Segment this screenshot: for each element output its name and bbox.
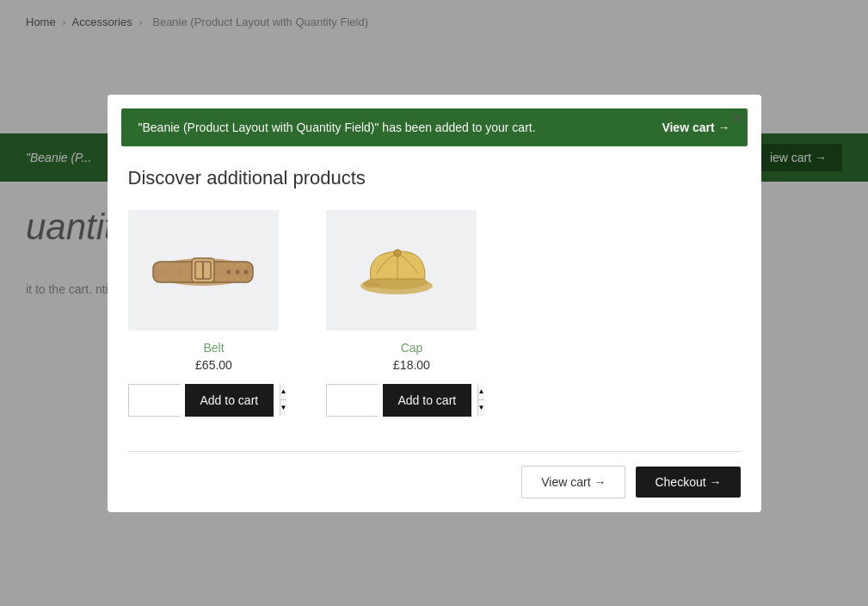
belt-actions: ▲ ▼ Add to cart [128, 384, 300, 417]
svg-point-8 [244, 269, 249, 274]
notification-bar: "Beanie (Product Layout with Quantity Fi… [121, 108, 748, 146]
belt-name: Belt [128, 341, 300, 355]
belt-price: £65.00 [128, 358, 300, 372]
cap-qty-down[interactable]: ▼ [478, 400, 485, 416]
product-card-belt: Belt £65.00 ▲ ▼ Add to cart [128, 210, 300, 417]
belt-qty-down[interactable]: ▼ [280, 400, 287, 416]
cap-add-to-cart-button[interactable]: Add to cart [383, 384, 472, 417]
belt-image-wrap [128, 210, 279, 331]
products-grid: Belt £65.00 ▲ ▼ Add to cart [128, 210, 741, 417]
notification-text: "Beanie (Product Layout with Quantity Fi… [139, 121, 536, 134]
product-card-cap: Cap £18.00 ▲ ▼ Add to cart [326, 210, 498, 417]
modal-footer: View cart → Checkout → [108, 452, 761, 512]
footer-view-cart-button[interactable]: View cart → [521, 466, 625, 498]
belt-qty-wrapper: ▲ ▼ [128, 384, 180, 417]
belt-image [147, 236, 259, 305]
modal-dialog: × "Beanie (Product Layout with Quantity … [108, 95, 761, 512]
notification-view-cart-button[interactable]: View cart → [662, 121, 729, 134]
cap-image [358, 236, 444, 305]
belt-add-to-cart-button[interactable]: Add to cart [185, 384, 274, 417]
cap-image-wrap [326, 210, 477, 331]
footer-checkout-button[interactable]: Checkout → [636, 467, 740, 498]
modal-body: Discover additional products [108, 146, 761, 434]
modal-overlay: × "Beanie (Product Layout with Quantity … [0, 0, 868, 606]
discover-title: Discover additional products [128, 167, 741, 189]
belt-qty-spinners: ▲ ▼ [280, 385, 287, 416]
close-button[interactable]: × [725, 107, 749, 131]
cap-price: £18.00 [326, 358, 498, 372]
belt-qty-up[interactable]: ▲ [280, 385, 287, 401]
cap-qty-spinners: ▲ ▼ [477, 385, 485, 416]
svg-point-6 [227, 269, 231, 274]
cap-actions: ▲ ▼ Add to cart [326, 384, 498, 417]
cap-qty-up[interactable]: ▲ [478, 385, 485, 401]
cap-name: Cap [326, 341, 498, 355]
svg-point-7 [236, 269, 240, 274]
cap-qty-wrapper: ▲ ▼ [326, 384, 378, 417]
